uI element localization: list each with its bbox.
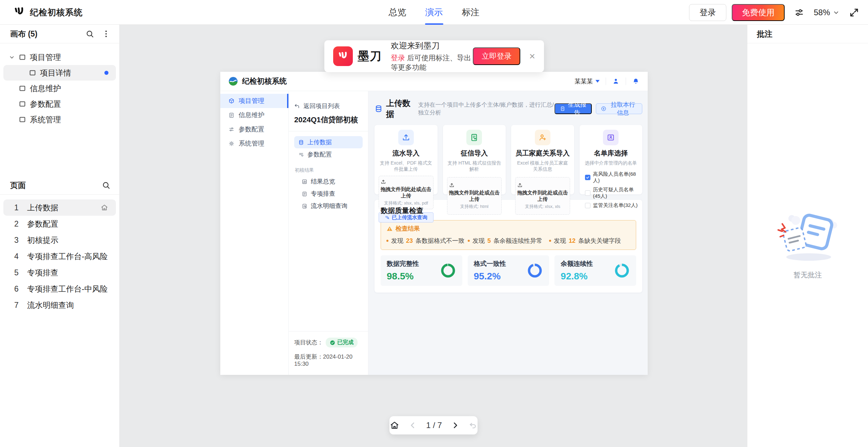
page-item-2[interactable]: 2 参数配置 [3, 216, 116, 232]
page-label: 专项排查工作台-高风险 [27, 251, 108, 262]
user-icon[interactable] [612, 78, 620, 85]
pull-bank-info-button[interactable]: 拉取本行信息 [596, 103, 642, 114]
panel-result-overview[interactable]: 结果总览 [294, 175, 363, 188]
checkbox-checked-icon[interactable] [585, 175, 590, 180]
page-item-7[interactable]: 7 流水明细查询 [3, 297, 116, 313]
tree-item-system-management[interactable]: 系统管理 [0, 112, 119, 127]
page-item-3[interactable]: 3 初核提示 [3, 232, 116, 248]
back-to-project-list[interactable]: 返回项目列表 [294, 102, 363, 110]
card-desc: 选择中介库管理内的名单 [584, 160, 639, 166]
nav-label: 项目管理 [239, 97, 264, 105]
login-button[interactable]: 登录 [689, 4, 726, 21]
result-label: 结果总览 [311, 177, 335, 186]
preview-nav-project-management[interactable]: 项目管理 [220, 94, 288, 108]
bar-chart-icon [302, 179, 307, 185]
frame-icon [19, 100, 26, 108]
more-kebab-icon[interactable] [102, 29, 110, 38]
search-icon[interactable] [102, 181, 110, 190]
page-subtitle: 支持在一个项目中上传多个主体/账户数据，进行汇总/独立分析 [418, 101, 554, 116]
checkbox-high-risk-list[interactable]: 高风险人员名单(68人) [585, 171, 639, 184]
frame-icon [19, 116, 26, 123]
bell-icon[interactable] [632, 78, 640, 85]
panel-flow-detail-query[interactable]: 流水明细查询 [294, 200, 363, 212]
topbar: 纪检初核系统 总览 演示 标注 登录 免费使用 58% [0, 0, 868, 25]
card-credit-import: 征信导入 支持 HTML 格式征信报告解析 拖拽文件到此处或点击上传 支持格式:… [443, 125, 506, 194]
panel-menu-upload-data[interactable]: 上传数据 [294, 136, 363, 148]
page-item-5[interactable]: 5 专项排查 [3, 264, 116, 281]
page-item-4[interactable]: 4 专项排查工作台-高风险 [3, 248, 116, 264]
page-number: 4 [14, 252, 19, 261]
checkbox-unchecked-icon[interactable] [585, 203, 590, 208]
next-page-icon[interactable] [451, 421, 460, 430]
page-label: 专项排查 [27, 268, 58, 278]
preview-nav-parameter-config[interactable]: 参数配置 [220, 122, 288, 136]
page-item-1[interactable]: 1 上传数据 [3, 199, 116, 216]
panel-special-check[interactable]: 专项排查 [294, 188, 363, 200]
page-number: 7 [14, 301, 19, 310]
restart-icon[interactable] [468, 421, 477, 430]
chevron-down-icon [833, 9, 840, 16]
metric-value: 92.8% [561, 271, 593, 282]
frame-icon [19, 85, 26, 92]
page-indicator: 1 / 7 [426, 421, 442, 430]
tree-item-project-management[interactable]: 项目管理 [0, 49, 119, 65]
close-icon[interactable]: × [529, 51, 535, 61]
progress-ring [440, 262, 456, 279]
file-dropzone[interactable]: 拖拽文件到此处或点击上传 支持格式: html [447, 177, 502, 215]
pages-header-title: 页面 [10, 180, 102, 191]
design-artboard[interactable]: 纪检初核系统 某某某 [220, 72, 648, 375]
tab-overview[interactable]: 总览 [389, 0, 406, 25]
tab-annotate[interactable]: 标注 [462, 0, 480, 25]
banner-subtitle: 登录后可使用标注、导出等更多功能 [391, 53, 473, 72]
page-title: 上传数据 [386, 98, 414, 120]
mockingbot-logo-icon [14, 6, 25, 18]
page-number: 1 [14, 203, 19, 212]
tree-item-parameter-config[interactable]: 参数配置 [0, 96, 119, 112]
download-circle-icon [601, 106, 606, 111]
topbar-actions: 登录 免费使用 58% [689, 0, 859, 25]
tree-item-label: 信息维护 [30, 83, 61, 94]
annotation-panel: 批注 暂无批注 [747, 25, 868, 447]
preview-app-header: 纪检初核系统 某某某 [220, 72, 648, 91]
checkbox-unchecked-icon[interactable] [585, 190, 590, 196]
page-list: 1 上传数据 2 参数配置 3 初核提示 4 专项排查工作台-高风险 5 专项排… [0, 195, 119, 313]
prev-page-icon[interactable] [408, 421, 417, 430]
chevron-down-icon[interactable] [9, 54, 15, 60]
finding-count: 5 [487, 237, 491, 244]
file-dropzone[interactable]: 拖拽文件到此处或点击上传 支持格式: xlsx, xls, pdf [379, 176, 433, 209]
metric-data-completeness: 数据完整性 98.5% [381, 255, 462, 286]
banner-login-link[interactable]: 登录 [391, 54, 405, 62]
divider [626, 78, 626, 85]
sliders-gear-icon [298, 152, 304, 157]
preview-nav-system-management[interactable]: 系统管理 [220, 136, 288, 151]
tree-item-project-detail[interactable]: 项目详情 [3, 65, 116, 81]
checkbox-history-suspect-list[interactable]: 历史可疑人员名单(45人) [585, 187, 639, 199]
free-use-button[interactable]: 免费使用 [732, 4, 785, 21]
frame-icon [29, 69, 36, 77]
tree-item-label: 项目管理 [30, 52, 61, 63]
file-dropzone[interactable]: 拖拽文件到此处或点击上传 支持格式: xlsx, xls [515, 177, 570, 215]
nav-label: 系统管理 [239, 139, 264, 148]
panel-menu-parameter-config[interactable]: 参数配置 [294, 148, 363, 161]
fullscreen-icon[interactable] [849, 7, 859, 18]
search-icon[interactable] [85, 29, 94, 38]
generate-report-button[interactable]: 生成报告 [554, 103, 592, 114]
user-menu[interactable]: 某某某 [574, 77, 600, 85]
zoom-control[interactable]: 58% [814, 8, 840, 17]
settings-sliders-icon[interactable] [794, 7, 804, 18]
tree-item-info-maintenance[interactable]: 信息维护 [0, 81, 119, 96]
welcome-banner: 墨刀 欢迎来到墨刀 登录后可使用标注、导出等更多功能 立即登录 × [324, 40, 544, 72]
page-number: 6 [14, 284, 19, 294]
metric-value: 98.5% [387, 271, 419, 282]
home-icon[interactable] [389, 420, 400, 430]
upload-icon [380, 179, 432, 185]
login-now-button[interactable]: 立即登录 [473, 47, 520, 65]
page-item-6[interactable]: 6 专项排查工作台-中风险 [3, 281, 116, 297]
canvas-header-title: 画布 (5) [10, 29, 85, 39]
result-label: 专项排查 [311, 190, 335, 198]
preview-nav-info-maintenance[interactable]: 信息维护 [220, 108, 288, 122]
card-desc: Excel 模板上传员工家庭关系信息 [515, 160, 570, 172]
checkbox-regulator-watch-list[interactable]: 监管关注名单(32人) [585, 202, 639, 209]
tree-item-label: 参数配置 [30, 99, 61, 109]
tab-present[interactable]: 演示 [425, 0, 443, 25]
